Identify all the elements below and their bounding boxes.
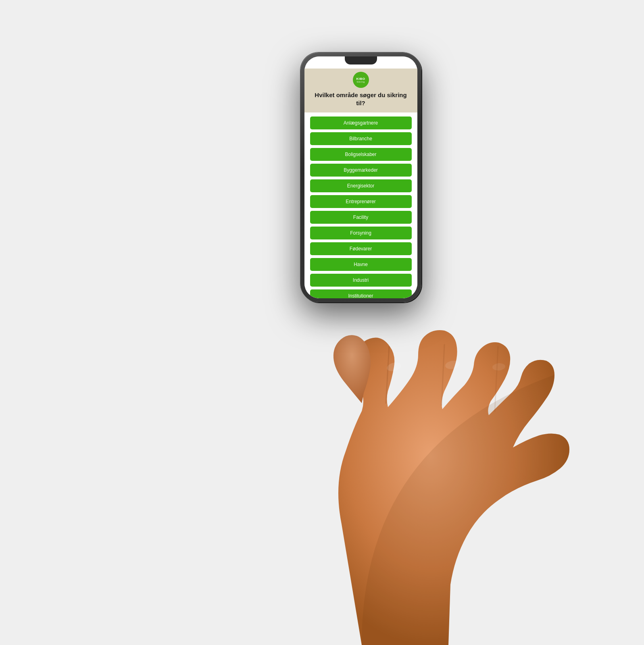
- svg-line-4: [442, 345, 444, 405]
- menu-button-industri[interactable]: Industri: [310, 274, 412, 287]
- logo-top-text: KIBO: [356, 77, 365, 81]
- svg-line-3: [386, 347, 389, 403]
- menu-button-boligselskaber[interactable]: Boligselskaber: [310, 148, 412, 161]
- svg-point-2: [492, 363, 505, 371]
- menu-button-anlægsgartnere[interactable]: Anlægsgartnere: [310, 117, 412, 129]
- menu-button-entreprenører[interactable]: Entreprenører: [310, 195, 412, 208]
- menu-button-byggemarkeder[interactable]: Byggemarkeder: [310, 164, 412, 177]
- svg-line-5: [495, 347, 498, 411]
- menu-list: AnlægsgartnereBilbrancheBoligselskaberBy…: [304, 112, 417, 298]
- logo-bottom-text: Sikring: [356, 81, 365, 83]
- menu-button-facility[interactable]: Facility: [310, 211, 412, 224]
- phone-screen: KIBO Sikring Hvilket område søger du sik…: [304, 56, 417, 298]
- phone-outer: KIBO Sikring Hvilket område søger du sik…: [300, 52, 421, 302]
- kibo-logo: KIBO Sikring: [353, 72, 369, 88]
- menu-button-havne[interactable]: Havne: [310, 258, 412, 271]
- notch: [345, 56, 377, 64]
- svg-point-1: [445, 360, 461, 370]
- svg-point-0: [386, 361, 402, 373]
- scene: KIBO Sikring Hvilket område søger du sik…: [0, 0, 644, 645]
- menu-button-institutioner[interactable]: Institutioner: [310, 289, 412, 298]
- app-header: KIBO Sikring Hvilket område søger du sik…: [304, 69, 417, 112]
- menu-button-energisektor[interactable]: Energisektor: [310, 179, 412, 192]
- page-title: Hvilket område søger du sikring til?: [311, 91, 411, 107]
- menu-button-bilbranche[interactable]: Bilbranche: [310, 132, 412, 145]
- phone-device: KIBO Sikring Hvilket område søger du sik…: [300, 52, 421, 302]
- menu-button-fødevarer[interactable]: Fødevarer: [310, 242, 412, 255]
- menu-button-forsyning[interactable]: Forsyning: [310, 227, 412, 239]
- notch-bar: [304, 56, 417, 69]
